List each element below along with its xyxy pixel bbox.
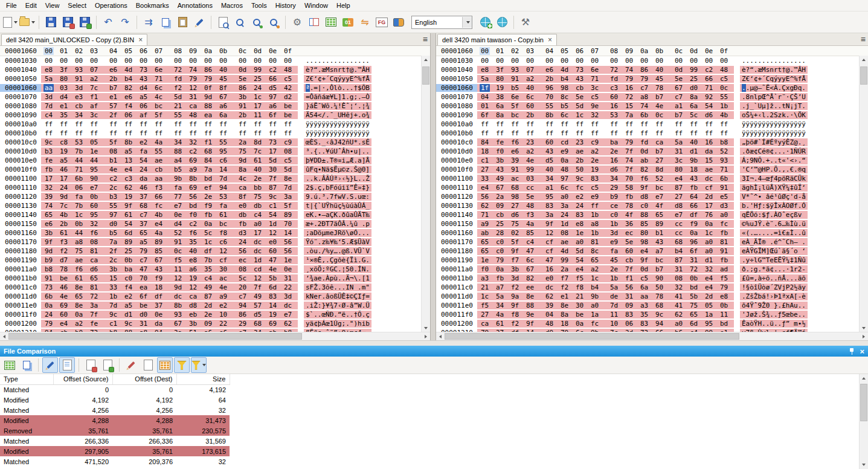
hex-byte[interactable]: 85 <box>153 247 164 255</box>
hex-byte[interactable]: 8b <box>123 138 133 146</box>
hex-byte[interactable]: a5 <box>59 157 69 164</box>
find-next-icon[interactable] <box>249 15 265 30</box>
hex-byte[interactable]: 3b <box>510 265 520 273</box>
hex-byte[interactable]: 15 <box>108 274 118 282</box>
hex-byte[interactable]: 48 <box>283 66 293 74</box>
hex-byte[interactable]: 2b <box>108 75 118 83</box>
hex-byte[interactable]: ea <box>138 283 149 291</box>
hex-byte[interactable]: 6c <box>559 184 570 192</box>
hex-byte[interactable]: 5c <box>203 229 213 237</box>
hex-byte[interactable]: d3 <box>719 202 729 210</box>
hex-byte[interactable]: 0b <box>719 302 729 309</box>
hex-byte[interactable]: 86 <box>639 66 649 74</box>
hex-byte[interactable]: f2 <box>559 283 570 291</box>
hex-row[interactable]: 000011709ff3a8087a89a58991351cc624dce056… <box>0 238 430 247</box>
hex-byte[interactable]: 4e <box>218 283 228 291</box>
hex-byte[interactable]: 41 <box>674 302 684 309</box>
hex-byte[interactable]: a9 <box>188 166 198 173</box>
hex-byte[interactable]: 37 <box>138 220 149 228</box>
hex-byte[interactable]: 69 <box>188 157 198 164</box>
hex-byte[interactable]: 43 <box>153 265 164 273</box>
hex-row[interactable]: 0000103000000000000000000000000000000000… <box>436 56 868 65</box>
hex-byte[interactable]: 65 <box>43 211 54 219</box>
hex-byte[interactable]: 07 <box>89 66 99 74</box>
ascii-text[interactable]: ûFq•Nä$Ëµ©z.Š@0] <box>304 166 371 173</box>
edit-differences-icon[interactable] <box>42 357 58 373</box>
hex-row[interactable]: 000011603b6144f6b56d654a52f65cf8d3171214… <box>0 228 430 238</box>
hex-byte[interactable]: fa <box>173 184 183 192</box>
hex-byte[interactable]: cc <box>674 220 684 228</box>
hex-byte[interactable]: 0b <box>123 256 133 264</box>
hex-byte[interactable]: 40 <box>525 84 535 92</box>
hex-byte[interactable]: 78 <box>654 293 664 300</box>
hex-byte[interactable]: fa <box>218 202 228 210</box>
ascii-text[interactable]: ¸xöÖ;ºGC.¦50.ÍN. <box>304 265 371 273</box>
hex-byte[interactable]: 5a <box>674 138 684 146</box>
hex-byte[interactable]: c7 <box>237 293 248 300</box>
hex-byte[interactable]: 74 <box>188 66 198 74</box>
hex-byte[interactable]: ae <box>704 166 714 173</box>
hex-byte[interactable]: 00 <box>719 57 729 65</box>
hex-byte[interactable]: 8b <box>544 111 555 119</box>
hex-byte[interactable]: 14 <box>268 302 278 309</box>
hex-byte[interactable]: 37 <box>138 193 149 201</box>
hex-byte[interactable]: ab <box>480 229 490 237</box>
hex-byte[interactable]: 25 <box>689 75 699 83</box>
ascii-text[interactable]: $`..œÑÐ.“ë..†Õ.ç <box>304 311 371 319</box>
hex-byte[interactable]: c7 <box>639 84 649 92</box>
hex-row[interactable]: 00001200ca61f29f48180afc10068394a06d95bd… <box>436 319 868 328</box>
hex-byte[interactable]: 17 <box>704 202 714 210</box>
hex-byte[interactable]: ff <box>173 129 183 137</box>
hex-row[interactable]: 000011f024600a7f9cd1d00e93eb2e1086d519e7… <box>0 310 430 319</box>
hex-byte[interactable]: d3 <box>237 229 248 237</box>
hex-row[interactable]: 000010d018f0e6a243e9aea22e7f0db731d1da52… <box>436 147 868 156</box>
hex-byte[interactable]: 32 <box>590 111 600 119</box>
hex-byte[interactable]: 00 <box>138 57 149 65</box>
hex-byte[interactable]: c4 <box>203 274 213 282</box>
hex-byte[interactable]: 79 <box>188 75 198 83</box>
tab-close-icon[interactable]: × <box>138 36 143 44</box>
hex-byte[interactable]: 9b <box>689 157 699 164</box>
hex-byte[interactable]: 4a <box>153 229 164 237</box>
hex-byte[interactable]: 0b <box>689 274 699 282</box>
copy-icon[interactable] <box>158 15 173 30</box>
hex-byte[interactable]: 77 <box>173 193 183 201</box>
hex-byte[interactable]: cd <box>252 265 263 273</box>
hex-byte[interactable]: 1c <box>252 93 263 101</box>
hex-byte[interactable]: 00 <box>480 57 490 65</box>
hex-byte[interactable]: 1d <box>252 256 263 264</box>
hex-byte[interactable]: 6f <box>480 111 490 119</box>
hex-byte[interactable]: 2e <box>590 157 600 164</box>
hex-byte[interactable]: fe <box>89 320 99 328</box>
hex-byte[interactable]: 55 <box>153 147 164 155</box>
hex-byte[interactable]: 1e <box>89 147 99 155</box>
hex-byte[interactable]: 4d <box>123 66 133 74</box>
hex-byte[interactable]: ff <box>559 120 570 128</box>
hex-byte[interactable]: f9 <box>689 220 699 228</box>
hex-byte[interactable]: 85 <box>639 220 649 228</box>
hex-byte[interactable]: 1b <box>609 220 619 228</box>
hex-byte[interactable]: 49 <box>203 283 213 291</box>
hex-byte[interactable]: 4d <box>559 66 570 74</box>
hex-byte[interactable]: fb <box>689 184 699 192</box>
hex-byte[interactable]: 3c <box>590 84 600 92</box>
hex-byte[interactable]: 00 <box>188 57 198 65</box>
scroll-left-button[interactable] <box>0 332 8 340</box>
hex-byte[interactable]: 55 <box>218 138 228 146</box>
hex-byte[interactable]: 65 <box>138 229 149 237</box>
hex-byte[interactable]: 12 <box>218 247 228 255</box>
redo-icon[interactable]: ↷ <box>117 15 133 30</box>
hex-byte[interactable]: 76 <box>704 211 714 219</box>
hex-byte[interactable]: ee <box>525 283 535 291</box>
hex-byte[interactable]: 0d <box>237 66 248 74</box>
ascii-text[interactable]: Z€‘¢+´CqýyyE^%fÅ <box>304 75 371 83</box>
hex-byte[interactable]: a0 <box>704 238 714 246</box>
hex-byte[interactable]: 10 <box>609 320 619 328</box>
hex-byte[interactable]: a7 <box>495 283 505 291</box>
hex-byte[interactable]: 4e <box>654 102 664 110</box>
hex-byte[interactable]: 27 <box>480 311 490 319</box>
hex-byte[interactable]: 10 <box>218 311 228 319</box>
hex-byte[interactable]: a3 <box>480 274 490 282</box>
hex-byte[interactable]: 7d <box>108 302 118 309</box>
hex-byte[interactable]: 00 <box>89 57 99 65</box>
